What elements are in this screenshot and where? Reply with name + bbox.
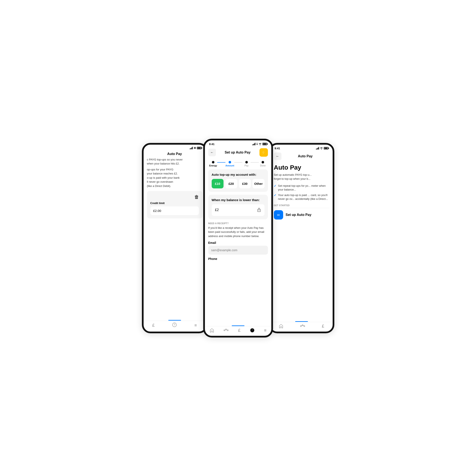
svg-point-5 bbox=[224, 330, 225, 331]
battery-icon-right bbox=[324, 147, 328, 150]
nav-item-help[interactable]: ? bbox=[172, 323, 177, 329]
step-label-amount: Amount bbox=[225, 164, 234, 167]
check-icon-1: ✓ bbox=[274, 184, 276, 188]
amount-btn-10[interactable]: £10 bbox=[212, 179, 224, 188]
step-dot-done bbox=[262, 161, 264, 163]
nav-bills-center[interactable]: £ bbox=[238, 328, 240, 333]
left-nav-indicator bbox=[168, 320, 181, 321]
home-icon-right bbox=[279, 324, 283, 328]
status-icons-center: ǔ bbox=[252, 143, 267, 146]
email-input[interactable] bbox=[208, 246, 268, 255]
wifi-icon-right bbox=[320, 147, 323, 150]
amount-btn-other[interactable]: Other bbox=[253, 179, 265, 188]
scene: ⌘ Auto Pay c PAYG top-ups so you neverwh… bbox=[126, 126, 350, 350]
nav-home-right[interactable] bbox=[279, 324, 283, 328]
left-bottom-nav[interactable]: £ ? ≡ bbox=[144, 321, 206, 332]
phone-label: Phone bbox=[208, 257, 268, 260]
nav-network-right[interactable] bbox=[300, 324, 305, 328]
status-bar-right: 9:41 bbox=[271, 145, 333, 151]
back-button-right[interactable]: ← bbox=[274, 153, 281, 160]
get-started-divider bbox=[274, 208, 329, 208]
svg-line-16 bbox=[301, 325, 302, 326]
time-right: 9:41 bbox=[275, 147, 280, 150]
status-icons-right bbox=[316, 147, 328, 150]
nav-home[interactable] bbox=[210, 328, 214, 333]
svg-point-2 bbox=[260, 145, 260, 145]
wifi-icon-center: ǔ bbox=[256, 143, 258, 146]
topup-card-title: Auto top-up my account with: bbox=[212, 173, 265, 176]
menu-icon: ≡ bbox=[194, 323, 197, 328]
svg-point-14 bbox=[302, 325, 303, 326]
check-item-1: ✓ Set repeat top-ups for yo... meter whe… bbox=[274, 184, 329, 192]
right-phone-body: Auto Pay Set up automatic PAYG top-u...f… bbox=[271, 162, 333, 321]
email-label: Email bbox=[208, 241, 268, 244]
right-bottom-nav[interactable]: £ bbox=[271, 322, 333, 332]
left-desc2: op-ups for your PAYGyour balance reaches… bbox=[147, 168, 202, 188]
receipt-label: NEED A RECEIPT? bbox=[208, 222, 268, 224]
step-label-pay: Pay bbox=[244, 164, 248, 167]
receipt-desc: If you'd like a receipt when your Auto P… bbox=[208, 226, 268, 238]
center-header-title: Set up Auto Pay bbox=[216, 151, 259, 154]
svg-point-4 bbox=[259, 210, 259, 211]
right-header-title: Auto Pay bbox=[281, 154, 329, 158]
step-connector-2 bbox=[234, 162, 242, 163]
nav-item-bills[interactable]: £ bbox=[152, 323, 154, 328]
right-big-title: Auto Pay bbox=[274, 164, 329, 171]
svg-line-8 bbox=[225, 330, 226, 330]
check-item-2: ✓ Your auto top-up is paid ... card, so … bbox=[274, 193, 329, 201]
status-bar-center: 9:41 ǔ bbox=[205, 140, 271, 147]
status-bar-left: ⌘ bbox=[144, 145, 206, 150]
balance-value: £2 bbox=[215, 208, 257, 212]
step-dot-pay bbox=[245, 161, 248, 163]
setup-autopay-button[interactable]: ∞ Set up Auto Pay bbox=[274, 210, 311, 220]
svg-text:?: ? bbox=[252, 329, 253, 332]
nav-item-menu[interactable]: ≡ bbox=[194, 323, 197, 328]
step-energy: Energy bbox=[209, 161, 217, 167]
autopay-btn-label: Set up Auto Pay bbox=[286, 213, 311, 217]
delete-card: 🗑 Credit limit £2.00 bbox=[147, 191, 202, 219]
svg-point-6 bbox=[226, 329, 227, 330]
svg-line-17 bbox=[303, 325, 304, 326]
progress-steps: Energy Amount Pay Done bbox=[205, 158, 271, 167]
credit-value: £2.00 bbox=[150, 206, 199, 215]
amount-btn-30[interactable]: £30 bbox=[239, 179, 251, 188]
step-done: Done bbox=[259, 161, 267, 167]
balance-input-row: £2 bbox=[212, 204, 265, 216]
topup-card: Auto top-up my account with: £10 £20 £30… bbox=[208, 169, 268, 192]
right-header: ← Auto Pay bbox=[271, 151, 333, 162]
menu-icon-center: ≡ bbox=[264, 328, 267, 333]
signal-icon-center bbox=[252, 143, 255, 145]
wifi-icon: ⌘ bbox=[194, 147, 196, 150]
svg-text:?: ? bbox=[174, 323, 175, 326]
autopay-btn-icon: ∞ bbox=[274, 210, 283, 220]
nav-bills-right[interactable]: £ bbox=[322, 324, 324, 329]
left-header-title: Auto Pay bbox=[147, 152, 202, 156]
nav-network[interactable] bbox=[223, 329, 229, 332]
network-icon bbox=[223, 329, 229, 332]
check-list: ✓ Set repeat top-ups for yo... meter whe… bbox=[274, 184, 329, 201]
phone-right: 9:41 ← Auto Pay Auto Pay bbox=[269, 143, 334, 333]
get-started-label: GET STARTED bbox=[274, 204, 329, 207]
amount-btn-20[interactable]: £20 bbox=[225, 179, 237, 188]
nav-help-center[interactable]: ? bbox=[250, 328, 255, 333]
credit-limit-label: Credit limit bbox=[150, 202, 199, 205]
right-desc: Set up automatic PAYG top-u...forget to … bbox=[274, 173, 329, 181]
back-button-center[interactable]: ← bbox=[208, 149, 216, 156]
left-desc1: c PAYG top-ups so you neverwhen your bal… bbox=[147, 157, 202, 166]
nav-menu-center[interactable]: ≡ bbox=[264, 328, 267, 333]
step-label-done: Done bbox=[260, 164, 266, 167]
check-icon-2: ✓ bbox=[274, 193, 276, 198]
help-icon: ? bbox=[172, 323, 177, 328]
battery-icon-center bbox=[262, 143, 267, 145]
center-header: ← Set up Auto Pay ⚡ bbox=[205, 147, 271, 158]
bills-center-icon: £ bbox=[238, 328, 240, 333]
home-icon bbox=[210, 328, 214, 333]
action-button-center[interactable]: ⚡ bbox=[259, 148, 268, 157]
check-text-1: Set repeat top-ups for yo... meter when … bbox=[278, 184, 329, 192]
center-bottom-nav[interactable]: £ ? ≡ bbox=[205, 326, 271, 336]
step-pay: Pay bbox=[242, 161, 251, 167]
battery-icon bbox=[197, 147, 202, 149]
signal-icon-right bbox=[316, 147, 319, 150]
signal-icon bbox=[190, 147, 193, 149]
status-icons-left: ⌘ bbox=[190, 147, 202, 150]
